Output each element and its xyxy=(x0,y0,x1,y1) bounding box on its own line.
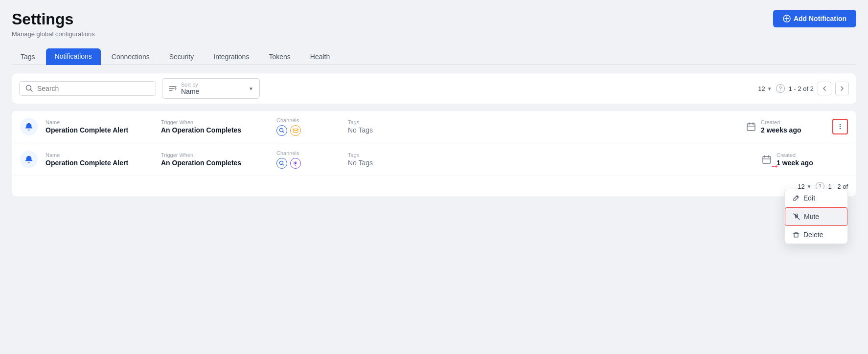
svg-point-15 xyxy=(840,124,841,125)
header-row: Settings Manage global configurations Ad… xyxy=(12,10,856,38)
svg-point-16 xyxy=(840,126,841,127)
edit-label: Edit xyxy=(803,194,815,202)
tab-integrations[interactable]: Integrations xyxy=(205,48,258,65)
trash-icon xyxy=(793,231,799,238)
next-page-button[interactable] xyxy=(835,82,849,95)
row1-channels-label: Channels xyxy=(276,117,340,123)
row1-tags-block: Tags No Tags xyxy=(348,119,421,134)
tab-notifications[interactable]: Notifications xyxy=(46,48,101,65)
row2-channels-icons xyxy=(276,158,340,169)
table-row: Name Operation Complete Alert Trigger Wh… xyxy=(12,111,856,143)
row1-tags-label: Tags xyxy=(348,119,421,125)
help-icon[interactable]: ? xyxy=(776,84,785,93)
row2-trigger-label: Trigger When xyxy=(161,152,269,158)
row1-created-value: 2 weeks ago xyxy=(761,126,801,134)
sort-small-label: Sort by xyxy=(181,82,245,88)
channel-email-icon xyxy=(290,125,301,136)
chevron-right-icon xyxy=(840,86,845,91)
row1-trigger-label: Trigger When xyxy=(161,119,269,125)
svg-rect-28 xyxy=(794,233,798,237)
row1-trigger-value: An Operation Completes xyxy=(161,126,269,134)
row1-created-text-block: Created 2 weeks ago xyxy=(761,119,801,134)
sort-dropdown[interactable]: Sort by Name ▼ xyxy=(162,78,260,99)
row1-name-label: Name xyxy=(46,119,153,125)
row1-channels-block: Channels xyxy=(276,117,340,136)
table-row: Name Operation Complete Alert Trigger Wh… xyxy=(12,143,856,176)
prev-page-button[interactable] xyxy=(818,82,831,95)
calendar-icon xyxy=(746,122,756,132)
row1-channels-icons xyxy=(276,125,340,136)
notification-bell-icon xyxy=(20,118,38,135)
row2-tags-value: No Tags xyxy=(348,159,421,167)
plus-circle-icon xyxy=(783,15,791,22)
tab-security[interactable]: Security xyxy=(160,48,203,65)
svg-point-17 xyxy=(840,128,841,129)
delete-label: Delete xyxy=(803,231,823,239)
more-vertical-icon xyxy=(837,123,844,130)
svg-rect-21 xyxy=(763,156,771,163)
tab-health[interactable]: Health xyxy=(301,48,339,65)
sort-text-block: Sort by Name xyxy=(181,82,245,95)
per-page-value: 12 xyxy=(758,85,765,92)
title-block: Settings Manage global configurations xyxy=(12,10,95,38)
bottom-pagination: 12 ▼ ? 1 - 2 of xyxy=(12,176,856,197)
row2-channels-block: Channels xyxy=(276,150,340,169)
page-title: Settings xyxy=(12,10,95,28)
channel-webhook-icon xyxy=(290,158,301,169)
sort-icon xyxy=(168,84,177,93)
tab-tags[interactable]: Tags xyxy=(12,48,44,65)
notifications-table: Name Operation Complete Alert Trigger Wh… xyxy=(12,110,856,197)
channel-search-icon xyxy=(276,125,287,136)
search-input[interactable] xyxy=(37,85,150,92)
row1-name-block: Name Operation Complete Alert xyxy=(46,119,153,134)
row2-name-block: Name Operation Complete Alert xyxy=(46,152,153,167)
svg-rect-11 xyxy=(747,124,755,131)
svg-line-19 xyxy=(283,164,284,166)
tabs-row: Tags Notifications Connections Security … xyxy=(12,47,856,65)
toolbar: Sort by Name ▼ 12 ▼ ? 1 - 2 of 2 xyxy=(12,73,856,104)
row2-name-label: Name xyxy=(46,152,153,158)
search-box[interactable] xyxy=(19,81,156,96)
mute-label: Mute xyxy=(804,213,819,221)
svg-line-4 xyxy=(31,90,33,92)
tab-connections[interactable]: Connections xyxy=(103,48,159,65)
pagination-right: 12 ▼ ? 1 - 2 of 2 xyxy=(758,82,849,95)
row2-channels-label: Channels xyxy=(276,150,340,156)
svg-line-9 xyxy=(283,132,284,133)
row2-created-block: Created 1 week ago xyxy=(762,152,840,167)
add-notification-button[interactable]: Add Notification xyxy=(773,10,856,27)
row2-trigger-value: An Operation Completes xyxy=(161,159,269,167)
row1-created-label: Created xyxy=(761,119,801,125)
context-menu-mute[interactable]: Mute xyxy=(785,207,847,226)
row2-trigger-block: Trigger When An Operation Completes xyxy=(161,152,269,167)
per-page-select[interactable]: 12 ▼ xyxy=(758,85,772,92)
row2-tags-block: Tags No Tags xyxy=(348,152,421,167)
row2-created-text-block: Created 1 week ago xyxy=(777,152,813,167)
per-page-arrow: ▼ xyxy=(767,86,772,91)
row1-created-block: Created 2 weeks ago xyxy=(746,119,824,134)
search-icon xyxy=(25,85,33,92)
pagination-text: 1 - 2 of 2 xyxy=(789,85,814,92)
mute-icon xyxy=(793,213,800,220)
row2-name-value: Operation Complete Alert xyxy=(46,159,153,167)
bottom-per-page-arrow: ▼ xyxy=(807,184,812,189)
row1-more-button[interactable] xyxy=(832,119,848,134)
page-subtitle: Manage global configurations xyxy=(12,30,95,38)
tab-tokens[interactable]: Tokens xyxy=(260,48,299,65)
context-menu: Edit Mute xyxy=(784,189,848,244)
row2-created-value: 1 week ago xyxy=(777,159,813,167)
row1-name-value: Operation Complete Alert xyxy=(46,126,153,134)
chevron-left-icon xyxy=(822,86,827,91)
row1-trigger-block: Trigger When An Operation Completes xyxy=(161,119,269,134)
channel-search-icon-2 xyxy=(276,158,287,169)
row1-tags-value: No Tags xyxy=(348,126,421,134)
context-menu-edit[interactable]: Edit xyxy=(785,189,847,207)
calendar-icon-2 xyxy=(762,155,772,164)
context-menu-delete[interactable]: Delete xyxy=(785,226,847,243)
row2-created-label: Created xyxy=(777,152,813,158)
row2-tags-label: Tags xyxy=(348,152,421,158)
page-container: Settings Manage global configurations Ad… xyxy=(0,0,868,354)
sort-main-label: Name xyxy=(181,88,199,95)
notification-bell-icon-2 xyxy=(20,151,38,168)
edit-icon xyxy=(793,195,799,201)
